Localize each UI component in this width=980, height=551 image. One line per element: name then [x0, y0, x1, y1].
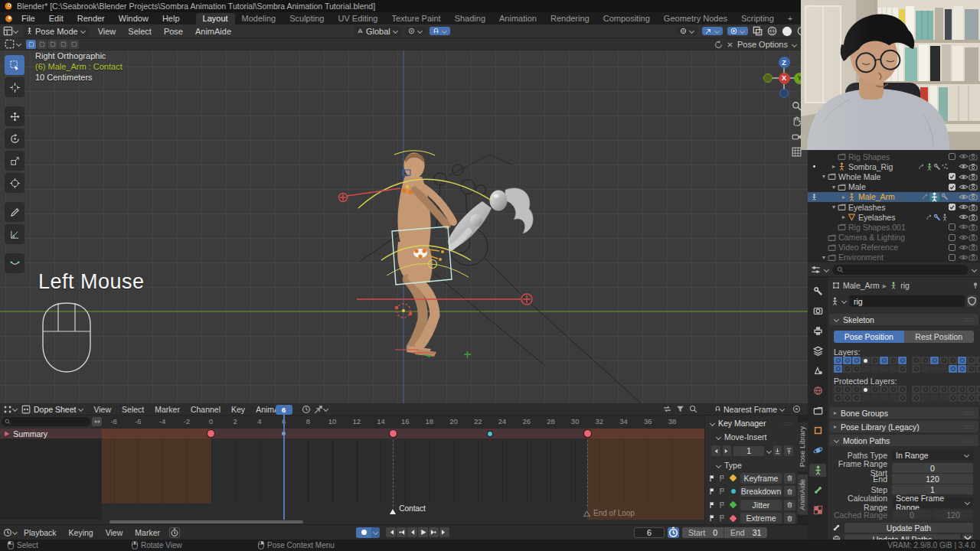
- bone-layer-cell[interactable]: [889, 365, 897, 373]
- move-amount-field[interactable]: 1: [733, 446, 764, 456]
- workspace-tab-scripting[interactable]: Scripting: [734, 13, 781, 24]
- outliner-label[interactable]: Sombra_Rig: [848, 162, 893, 171]
- workspace-tab-layout[interactable]: Layout: [196, 13, 235, 24]
- protected-layer-cell[interactable]: [912, 386, 920, 393]
- bone-groups-panel-header[interactable]: ▸Bone Groups::::: [829, 407, 978, 419]
- protected-layer-cell[interactable]: [843, 386, 851, 393]
- outliner-label[interactable]: Rig Shapes: [848, 152, 890, 161]
- protected-layer-cell[interactable]: [880, 394, 888, 402]
- disclosure-down-icon[interactable]: ▾: [820, 173, 828, 180]
- properties-search-input[interactable]: [832, 265, 969, 275]
- outliner-row-rig-shapes-001[interactable]: Rig Shapes.001: [808, 222, 980, 232]
- properties-tab-viewlayer-icon[interactable]: [809, 344, 826, 357]
- workspace-tab-uv-editing[interactable]: UV Editing: [331, 13, 384, 24]
- outliner-label[interactable]: Video Reference: [838, 243, 898, 252]
- eye-icon[interactable]: [959, 173, 969, 181]
- protected-layer-cell[interactable]: [939, 386, 948, 393]
- play-icon[interactable]: [418, 527, 428, 537]
- mode-subtract[interactable]: [47, 40, 57, 49]
- particles-icon[interactable]: [941, 163, 949, 171]
- outliner-row-video-reference[interactable]: Video Reference: [808, 243, 980, 253]
- bone-layer-cell[interactable]: [958, 365, 966, 373]
- eye-icon[interactable]: [959, 162, 969, 171]
- properties-editor-icon[interactable]: [811, 265, 821, 275]
- properties-tab-object-icon[interactable]: [809, 424, 826, 437]
- bone-layer-cell[interactable]: [912, 357, 920, 364]
- protected-layer-cell[interactable]: [958, 386, 966, 393]
- workspace-tab-rendering[interactable]: Rendering: [544, 13, 596, 24]
- properties-tab-tool-icon[interactable]: [809, 285, 826, 298]
- flag-outline-icon[interactable]: [718, 474, 726, 482]
- pose-library-panel-header[interactable]: ▸Pose Library (Legacy)::::: [829, 421, 978, 432]
- protected-layer-cell[interactable]: [930, 386, 939, 393]
- active-tool-icon[interactable]: [5, 39, 15, 49]
- workspace-tab-modeling[interactable]: Modeling: [235, 13, 283, 24]
- collection-checkbox[interactable]: [949, 184, 956, 191]
- rest-position-button[interactable]: Rest Position: [904, 331, 975, 343]
- bone-layer-cell[interactable]: [976, 357, 980, 364]
- properties-tab-bone-icon[interactable]: [809, 484, 826, 497]
- menu-help[interactable]: Help: [155, 12, 187, 24]
- menu-window[interactable]: Window: [112, 12, 155, 24]
- move-insert-panel-header[interactable]: Move-Insert: [705, 428, 798, 442]
- scale-tool[interactable]: [5, 151, 24, 171]
- timeline-editor-icon[interactable]: [3, 528, 12, 537]
- collection-checkbox[interactable]: [949, 234, 956, 241]
- dope-sheet-menu-channel[interactable]: Channel: [185, 405, 226, 414]
- workspace-tab-sculpting[interactable]: Sculpting: [283, 13, 331, 24]
- bone-layer-cell[interactable]: [861, 365, 870, 373]
- flag-outline-icon[interactable]: [718, 501, 726, 509]
- bone-layer-cell[interactable]: [880, 365, 888, 373]
- dope-sheet-mode-icon[interactable]: [21, 405, 31, 414]
- current-frame-badge[interactable]: 6: [276, 405, 292, 415]
- properties-tab-output-icon[interactable]: [809, 324, 826, 337]
- eye-icon[interactable]: [959, 152, 969, 161]
- protected-layer-cell[interactable]: [834, 394, 842, 402]
- cursor-tool[interactable]: [5, 77, 24, 97]
- collection-checkbox[interactable]: [949, 254, 956, 261]
- pose-position-button[interactable]: Pose Position: [834, 331, 904, 343]
- protected-layer-cell[interactable]: [880, 386, 888, 393]
- bone-layer-cell[interactable]: [880, 357, 888, 364]
- bone-layer-cell[interactable]: [939, 365, 948, 373]
- 3d-viewport[interactable]: Pose Options Right Orthographic (6) Male…: [0, 38, 808, 403]
- timeline-menu-view[interactable]: View: [100, 528, 129, 537]
- properties-tab-collection-icon[interactable]: [809, 404, 826, 417]
- bone-layer-cell[interactable]: [967, 365, 975, 373]
- protected-layer-cell[interactable]: [976, 386, 980, 393]
- outliner-row-sombra-rig[interactable]: ▸Sombra_Rig: [808, 161, 980, 171]
- protected-layer-cell[interactable]: [852, 394, 861, 402]
- motion-paths-panel-header[interactable]: Motion Paths::::: [829, 435, 978, 446]
- collection-checkbox[interactable]: [949, 153, 956, 160]
- sidebar-tab-animaide[interactable]: AnimAide: [798, 474, 808, 515]
- pin-icon[interactable]: [972, 282, 979, 289]
- flag-filled-icon[interactable]: [708, 514, 716, 522]
- bone-layer-cell[interactable]: [861, 357, 870, 364]
- outliner-label[interactable]: Male: [848, 182, 866, 191]
- bone-layer-cell[interactable]: [930, 365, 939, 373]
- bone-layer-cell[interactable]: [843, 365, 851, 373]
- disclosure-right-icon[interactable]: ▸: [830, 163, 838, 170]
- link-icon[interactable]: [918, 163, 926, 171]
- start-frame-field[interactable]: Start0: [682, 527, 724, 538]
- trash-icon[interactable]: [784, 500, 795, 510]
- properties-tab-armature-data-icon[interactable]: [809, 464, 826, 477]
- bone-layer-cell[interactable]: [939, 357, 948, 364]
- sync-icon[interactable]: [663, 405, 671, 413]
- wrench-icon[interactable]: [933, 163, 941, 171]
- snap-cursor-icon[interactable]: [314, 405, 323, 414]
- editor-type-icon[interactable]: [3, 26, 13, 36]
- collection-checkbox[interactable]: [949, 173, 956, 180]
- bone-layer-cell[interactable]: [843, 357, 851, 364]
- camera-icon[interactable]: [969, 243, 978, 251]
- flag-filled-icon[interactable]: [708, 487, 716, 495]
- mode-invert[interactable]: [58, 40, 68, 49]
- jump-end-icon[interactable]: [439, 527, 449, 537]
- trash-icon[interactable]: [784, 486, 795, 497]
- flag-outline-icon[interactable]: [718, 514, 726, 522]
- protected-layer-cell[interactable]: [921, 394, 929, 402]
- properties-tab-physics-icon[interactable]: [809, 444, 826, 457]
- workspace-tab-animation[interactable]: Animation: [492, 13, 544, 24]
- protected-layer-cell[interactable]: [861, 394, 870, 402]
- bone-layer-cell[interactable]: [976, 365, 980, 373]
